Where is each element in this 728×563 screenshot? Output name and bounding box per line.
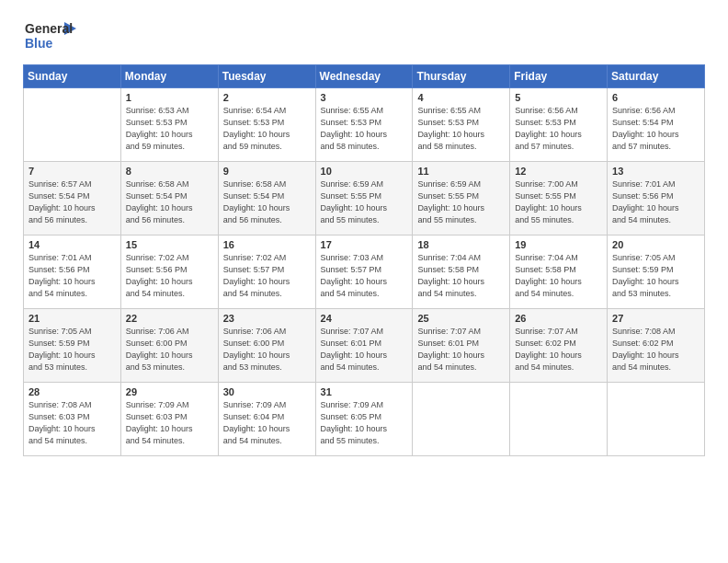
day-info: Sunrise: 6:58 AM Sunset: 5:54 PM Dayligh…: [126, 178, 213, 226]
week-row-5: 28Sunrise: 7:08 AM Sunset: 6:03 PM Dayli…: [24, 383, 705, 456]
day-number: 22: [126, 313, 213, 324]
page: GeneralBlue SundayMondayTuesdayWednesday…: [0, 0, 728, 563]
day-info: Sunrise: 6:54 AM Sunset: 5:53 PM Dayligh…: [223, 105, 311, 153]
day-info: Sunrise: 6:56 AM Sunset: 5:53 PM Dayligh…: [515, 105, 602, 153]
day-cell: 17Sunrise: 7:03 AM Sunset: 5:57 PM Dayli…: [315, 236, 413, 309]
header-row: SundayMondayTuesdayWednesdayThursdayFrid…: [24, 65, 705, 88]
day-cell: 24Sunrise: 7:07 AM Sunset: 6:01 PM Dayli…: [315, 309, 413, 383]
day-cell: 26Sunrise: 7:07 AM Sunset: 6:02 PM Dayli…: [510, 309, 608, 383]
day-number: 16: [223, 239, 311, 250]
header-cell-thursday: Thursday: [413, 65, 510, 88]
day-info: Sunrise: 7:09 AM Sunset: 6:03 PM Dayligh…: [126, 399, 213, 447]
day-info: Sunrise: 6:55 AM Sunset: 5:53 PM Dayligh…: [417, 105, 505, 153]
day-cell: 16Sunrise: 7:02 AM Sunset: 5:57 PM Dayli…: [218, 236, 315, 309]
day-number: 24: [321, 313, 408, 324]
day-cell: [608, 383, 705, 456]
svg-text:Blue: Blue: [25, 36, 53, 51]
header-cell-saturday: Saturday: [608, 65, 705, 88]
day-number: 28: [28, 386, 116, 397]
day-info: Sunrise: 7:02 AM Sunset: 5:56 PM Dayligh…: [126, 252, 213, 300]
day-cell: 29Sunrise: 7:09 AM Sunset: 6:03 PM Dayli…: [120, 383, 218, 456]
day-info: Sunrise: 7:01 AM Sunset: 5:56 PM Dayligh…: [612, 178, 700, 226]
svg-text:General: General: [25, 21, 73, 36]
day-cell: 15Sunrise: 7:02 AM Sunset: 5:56 PM Dayli…: [120, 236, 218, 309]
day-cell: 11Sunrise: 6:59 AM Sunset: 5:55 PM Dayli…: [413, 162, 510, 236]
day-info: Sunrise: 7:05 AM Sunset: 5:59 PM Dayligh…: [612, 252, 700, 300]
day-info: Sunrise: 6:59 AM Sunset: 5:55 PM Dayligh…: [321, 178, 408, 226]
day-cell: 19Sunrise: 7:04 AM Sunset: 5:58 PM Dayli…: [510, 236, 608, 309]
calendar-header: SundayMondayTuesdayWednesdayThursdayFrid…: [24, 65, 705, 88]
day-cell: 14Sunrise: 7:01 AM Sunset: 5:56 PM Dayli…: [24, 236, 121, 309]
day-cell: 13Sunrise: 7:01 AM Sunset: 5:56 PM Dayli…: [608, 162, 705, 236]
day-cell: 8Sunrise: 6:58 AM Sunset: 5:54 PM Daylig…: [120, 162, 218, 236]
week-row-3: 14Sunrise: 7:01 AM Sunset: 5:56 PM Dayli…: [24, 236, 705, 309]
day-number: 3: [321, 92, 408, 103]
day-cell: [24, 88, 121, 162]
day-cell: 6Sunrise: 6:56 AM Sunset: 5:54 PM Daylig…: [608, 88, 705, 162]
header: GeneralBlue: [23, 18, 705, 53]
week-row-1: 1Sunrise: 6:53 AM Sunset: 5:53 PM Daylig…: [24, 88, 705, 162]
day-info: Sunrise: 7:01 AM Sunset: 5:56 PM Dayligh…: [28, 252, 116, 300]
day-info: Sunrise: 7:09 AM Sunset: 6:05 PM Dayligh…: [321, 399, 408, 447]
day-cell: 31Sunrise: 7:09 AM Sunset: 6:05 PM Dayli…: [315, 383, 413, 456]
day-info: Sunrise: 7:06 AM Sunset: 6:00 PM Dayligh…: [223, 326, 311, 373]
day-cell: 25Sunrise: 7:07 AM Sunset: 6:01 PM Dayli…: [413, 309, 510, 383]
day-cell: 20Sunrise: 7:05 AM Sunset: 5:59 PM Dayli…: [608, 236, 705, 309]
day-number: 18: [417, 239, 505, 250]
header-cell-tuesday: Tuesday: [218, 65, 315, 88]
day-number: 15: [126, 239, 213, 250]
day-number: 17: [321, 239, 408, 250]
day-info: Sunrise: 7:00 AM Sunset: 5:55 PM Dayligh…: [515, 178, 602, 226]
day-number: 20: [612, 239, 700, 250]
day-cell: 12Sunrise: 7:00 AM Sunset: 5:55 PM Dayli…: [510, 162, 608, 236]
day-info: Sunrise: 7:07 AM Sunset: 6:02 PM Dayligh…: [515, 326, 602, 373]
day-info: Sunrise: 6:58 AM Sunset: 5:54 PM Dayligh…: [223, 178, 311, 226]
day-cell: 9Sunrise: 6:58 AM Sunset: 5:54 PM Daylig…: [218, 162, 315, 236]
day-number: 14: [28, 239, 116, 250]
day-number: 6: [612, 92, 700, 103]
header-cell-sunday: Sunday: [24, 65, 121, 88]
day-number: 26: [515, 313, 602, 324]
day-cell: 30Sunrise: 7:09 AM Sunset: 6:04 PM Dayli…: [218, 383, 315, 456]
week-row-4: 21Sunrise: 7:05 AM Sunset: 5:59 PM Dayli…: [24, 309, 705, 383]
day-cell: 28Sunrise: 7:08 AM Sunset: 6:03 PM Dayli…: [24, 383, 121, 456]
day-number: 19: [515, 239, 602, 250]
day-cell: 21Sunrise: 7:05 AM Sunset: 5:59 PM Dayli…: [24, 309, 121, 383]
day-number: 1: [126, 92, 213, 103]
day-info: Sunrise: 6:55 AM Sunset: 5:53 PM Dayligh…: [321, 105, 408, 153]
day-info: Sunrise: 6:59 AM Sunset: 5:55 PM Dayligh…: [417, 178, 505, 226]
day-number: 21: [28, 313, 116, 324]
day-number: 2: [223, 92, 311, 103]
day-info: Sunrise: 7:08 AM Sunset: 6:03 PM Dayligh…: [28, 399, 116, 447]
header-cell-friday: Friday: [510, 65, 608, 88]
logo-svg: GeneralBlue: [23, 18, 78, 53]
day-number: 8: [126, 166, 213, 177]
day-number: 13: [612, 166, 700, 177]
day-cell: 10Sunrise: 6:59 AM Sunset: 5:55 PM Dayli…: [315, 162, 413, 236]
day-cell: 5Sunrise: 6:56 AM Sunset: 5:53 PM Daylig…: [510, 88, 608, 162]
day-cell: 7Sunrise: 6:57 AM Sunset: 5:54 PM Daylig…: [24, 162, 121, 236]
day-info: Sunrise: 7:04 AM Sunset: 5:58 PM Dayligh…: [417, 252, 505, 300]
day-info: Sunrise: 7:07 AM Sunset: 6:01 PM Dayligh…: [321, 326, 408, 373]
day-number: 31: [321, 386, 408, 397]
day-info: Sunrise: 7:07 AM Sunset: 6:01 PM Dayligh…: [417, 326, 505, 373]
day-cell: 4Sunrise: 6:55 AM Sunset: 5:53 PM Daylig…: [413, 88, 510, 162]
day-cell: [413, 383, 510, 456]
day-info: Sunrise: 7:05 AM Sunset: 5:59 PM Dayligh…: [28, 326, 116, 373]
day-number: 11: [417, 166, 505, 177]
day-number: 27: [612, 313, 700, 324]
day-info: Sunrise: 7:06 AM Sunset: 6:00 PM Dayligh…: [126, 326, 213, 373]
calendar-body: 1Sunrise: 6:53 AM Sunset: 5:53 PM Daylig…: [24, 88, 705, 456]
day-number: 25: [417, 313, 505, 324]
logo: GeneralBlue: [23, 18, 78, 53]
day-cell: 1Sunrise: 6:53 AM Sunset: 5:53 PM Daylig…: [120, 88, 218, 162]
day-number: 9: [223, 166, 311, 177]
day-cell: 27Sunrise: 7:08 AM Sunset: 6:02 PM Dayli…: [608, 309, 705, 383]
day-cell: 18Sunrise: 7:04 AM Sunset: 5:58 PM Dayli…: [413, 236, 510, 309]
day-number: 4: [417, 92, 505, 103]
day-number: 29: [126, 386, 213, 397]
day-cell: 3Sunrise: 6:55 AM Sunset: 5:53 PM Daylig…: [315, 88, 413, 162]
day-cell: 23Sunrise: 7:06 AM Sunset: 6:00 PM Dayli…: [218, 309, 315, 383]
day-cell: 22Sunrise: 7:06 AM Sunset: 6:00 PM Dayli…: [120, 309, 218, 383]
day-info: Sunrise: 6:57 AM Sunset: 5:54 PM Dayligh…: [28, 178, 116, 226]
